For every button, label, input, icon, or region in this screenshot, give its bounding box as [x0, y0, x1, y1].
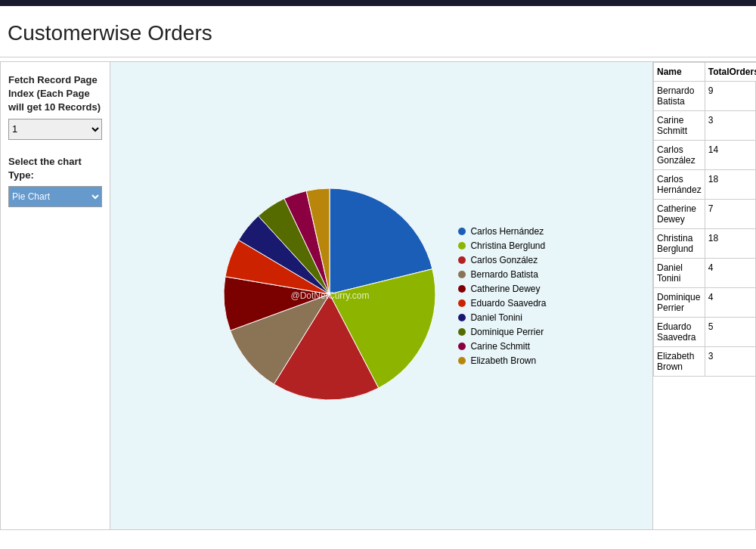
table-row: Christina Berglund18 — [654, 229, 757, 259]
chart-type-select[interactable]: Pie Chart Bar Chart Line Chart — [8, 186, 102, 207]
pie-container: @DotNetCurry.com — [216, 181, 443, 411]
chart-type-section: Select the chart Type: Pie Chart Bar Cha… — [8, 155, 102, 207]
cell-orders: 18 — [705, 170, 756, 200]
chart-panel: @DotNetCurry.com Carlos HernándezChristi… — [110, 62, 653, 529]
legend-item: Dominique Perrier — [458, 327, 546, 337]
legend-label: Carlos González — [470, 255, 538, 265]
legend-item: Christina Berglund — [458, 240, 546, 251]
legend-label: Catherine Dewey — [470, 284, 540, 294]
cell-orders: 4 — [705, 288, 756, 318]
legend-label: Daniel Tonini — [470, 312, 522, 323]
legend-item: Eduardo Saavedra — [458, 298, 546, 309]
table-row: Carine Schmitt3 — [654, 111, 757, 141]
chart-legend: Carlos HernándezChristina BerglundCarlos… — [458, 226, 546, 366]
legend-item: Catherine Dewey — [458, 284, 546, 294]
cell-orders: 3 — [705, 111, 756, 141]
cell-name: Carlos González — [654, 141, 705, 170]
cell-orders: 3 — [705, 347, 756, 377]
legend-item: Carine Schmitt — [458, 341, 546, 352]
chart-type-label: Select the chart Type: — [8, 155, 102, 182]
legend-dot — [458, 314, 466, 321]
legend-dot — [458, 328, 466, 336]
page-title: Customerwise Orders — [0, 6, 756, 57]
data-table: Name TotalOrders Bernardo Batista9Carine… — [653, 62, 756, 377]
cell-name: Catherine Dewey — [654, 200, 705, 229]
table-row: Carlos Hernández18 — [654, 170, 757, 200]
chart-area: @DotNetCurry.com Carlos HernándezChristi… — [201, 166, 561, 426]
table-row: Dominique Perrier4 — [654, 288, 757, 318]
legend-item: Carlos Hernández — [458, 226, 546, 237]
cell-name: Daniel Tonini — [654, 259, 705, 288]
col-header-orders: TotalOrders — [705, 63, 756, 82]
cell-orders: 4 — [705, 259, 756, 288]
pie-chart — [216, 181, 443, 408]
table-row: Elizabeth Brown3 — [654, 347, 757, 377]
top-bar — [0, 0, 756, 6]
main-container: Fetch Record Page Index (Each Page will … — [0, 61, 756, 530]
legend-dot — [458, 285, 466, 293]
legend-item: Bernardo Batista — [458, 269, 546, 280]
cell-orders: 9 — [705, 82, 756, 111]
legend-dot — [458, 242, 466, 250]
cell-name: Eduardo Saavedra — [654, 318, 705, 347]
legend-item: Elizabeth Brown — [458, 355, 546, 366]
legend-dot — [458, 343, 466, 350]
table-row: Eduardo Saavedra5 — [654, 318, 757, 347]
table-row: Catherine Dewey7 — [654, 200, 757, 229]
legend-dot — [458, 256, 466, 264]
page-index-select[interactable]: 1 2 3 4 5 — [8, 119, 102, 140]
table-row: Daniel Tonini4 — [654, 259, 757, 288]
left-panel: Fetch Record Page Index (Each Page will … — [1, 62, 110, 529]
legend-item: Carlos González — [458, 255, 546, 265]
cell-name: Elizabeth Brown — [654, 347, 705, 377]
col-header-name: Name — [654, 63, 705, 82]
legend-label: Dominique Perrier — [470, 327, 544, 337]
legend-dot — [458, 357, 466, 364]
legend-label: Carine Schmitt — [470, 341, 530, 352]
cell-orders: 18 — [705, 229, 756, 259]
legend-item: Daniel Tonini — [458, 312, 546, 323]
legend-label: Carlos Hernández — [470, 226, 544, 237]
legend-label: Eduardo Saavedra — [470, 298, 546, 309]
legend-label: Bernardo Batista — [470, 269, 538, 280]
cell-orders: 14 — [705, 141, 756, 170]
cell-orders: 7 — [705, 200, 756, 229]
legend-label: Elizabeth Brown — [470, 355, 536, 366]
cell-name: Carlos Hernández — [654, 170, 705, 200]
legend-dot — [458, 271, 466, 278]
table-row: Bernardo Batista9 — [654, 82, 757, 111]
cell-orders: 5 — [705, 318, 756, 347]
table-row: Carlos González14 — [654, 141, 757, 170]
fetch-section: Fetch Record Page Index (Each Page will … — [8, 73, 102, 140]
cell-name: Dominique Perrier — [654, 288, 705, 318]
fetch-label: Fetch Record Page Index (Each Page will … — [8, 73, 102, 115]
legend-label: Christina Berglund — [470, 240, 545, 251]
cell-name: Christina Berglund — [654, 229, 705, 259]
right-panel: Name TotalOrders Bernardo Batista9Carine… — [653, 62, 755, 529]
cell-name: Carine Schmitt — [654, 111, 705, 141]
cell-name: Bernardo Batista — [654, 82, 705, 111]
legend-dot — [458, 228, 466, 235]
legend-dot — [458, 299, 466, 307]
